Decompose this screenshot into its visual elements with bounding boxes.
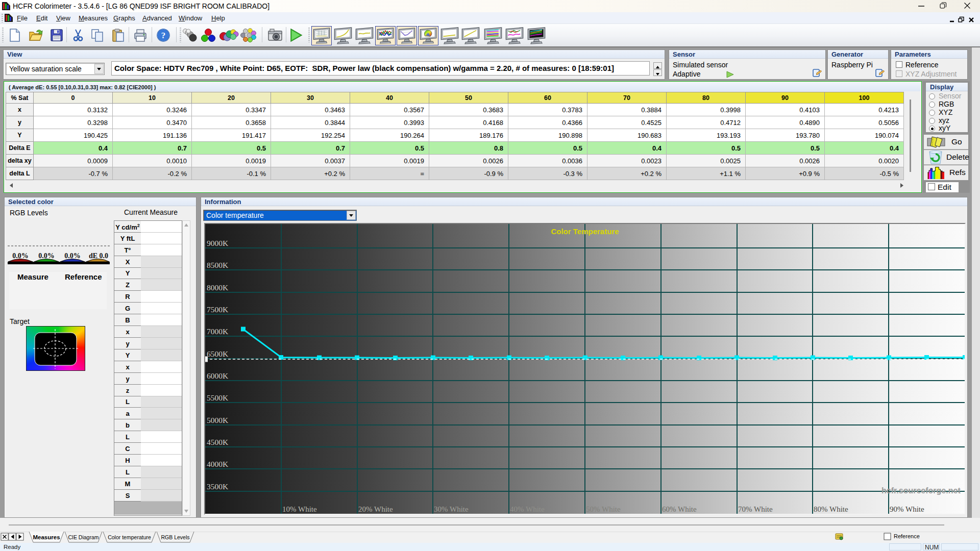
svg-text:30% White: 30% White [434,505,469,513]
svg-text:7500K: 7500K [207,305,229,314]
svg-text:9000K: 9000K [207,239,229,247]
svg-text:6000K: 6000K [207,371,229,380]
svg-text:20% White: 20% White [358,505,393,513]
svg-text:Reference: Reference [894,533,920,539]
svg-text:5500K: 5500K [207,393,229,402]
svg-text:60% White: 60% White [662,505,697,513]
svg-text:50% White: 50% White [586,505,621,513]
svg-text:70% White: 70% White [738,505,773,513]
svg-text:3500K: 3500K [207,482,229,491]
svg-text:CIE Diagram: CIE Diagram [68,534,99,540]
svg-text:7000K: 7000K [207,327,229,336]
svg-text:10% White: 10% White [282,505,317,513]
svg-text:8500K: 8500K [207,261,229,269]
svg-text:0.0%: 0.0% [12,252,29,260]
svg-text:hcfr.sourceforge.net: hcfr.sourceforge.net [881,486,961,495]
svg-text:90% White: 90% White [890,505,924,513]
svg-text:Color Temperature: Color Temperature [551,227,619,236]
svg-text:dE 0.0: dE 0.0 [89,252,108,260]
svg-text:RGB Levels: RGB Levels [161,534,189,540]
svg-text:Color temperature: Color temperature [108,534,151,540]
svg-text:6500K: 6500K [207,349,229,358]
svg-text:?: ? [161,31,166,40]
svg-text:4500K: 4500K [207,438,229,446]
svg-text:8000K: 8000K [207,283,229,292]
svg-text:40% White: 40% White [510,505,545,513]
svg-text:Measures: Measures [33,534,60,540]
svg-text:5000K: 5000K [207,416,229,424]
svg-text:0.0%: 0.0% [64,252,81,260]
svg-text:0.0%: 0.0% [38,252,55,260]
svg-text:4000K: 4000K [207,460,229,468]
svg-text:80% White: 80% White [814,505,848,513]
